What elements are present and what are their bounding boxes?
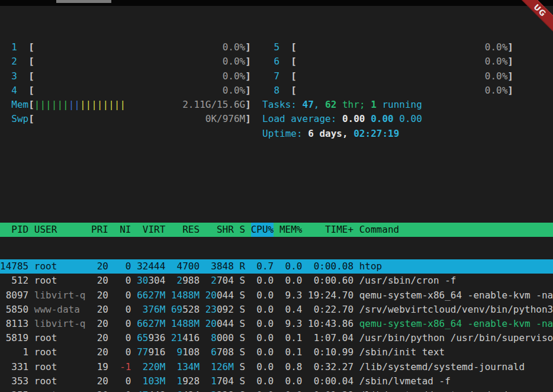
column-header-s[interactable]: S [239, 223, 245, 237]
process-row[interactable]: 8097libvirt-q2006627M1488M20044S0.09.319… [0, 288, 553, 303]
bracket-close: ] [245, 112, 251, 126]
process-table: PIDUSERPRINIVIRTRESSHRSCPU%MEM%TIME+Comm… [0, 200, 553, 392]
numeric-cell: 1704 [205, 374, 234, 388]
command-cell: /usr/sbin/cron -f [359, 274, 456, 288]
window-tab[interactable] [56, 0, 111, 3]
bracket-open: [ [28, 83, 34, 98]
bracket-open: [ [28, 69, 34, 83]
meter-bar: | [97, 98, 103, 112]
numeric-cell: 32444 [137, 259, 165, 274]
cpu-id: 1 [11, 40, 17, 54]
command-cell: /lib/systemd/systemd-journald [359, 360, 525, 374]
table-header-row: PIDUSERPRINIVIRTRESSHRSCPU%MEM%TIME+Comm… [0, 223, 553, 237]
cpu-percent: 0.0% [223, 69, 246, 83]
numeric-cell: 6708 [205, 345, 234, 359]
meter-bar: | [86, 98, 92, 112]
ni-cell: -1 [114, 360, 131, 374]
cpu-meter-3: 3 [0.0%] [0, 69, 251, 83]
ni-cell: 0 [114, 303, 131, 317]
column-header-shr[interactable]: SHR [205, 223, 234, 237]
process-row[interactable]: 355root2004744864243228S0.00.00:01.39/li… [0, 388, 553, 392]
numeric-cell: 77916 [137, 345, 165, 359]
column-header-res[interactable]: RES [171, 223, 200, 237]
numeric-cell: 6627M [137, 288, 165, 303]
state-cell: S [239, 374, 245, 388]
pri-cell: 19 [91, 360, 108, 374]
time-cell: 10:43.86 [308, 317, 353, 331]
process-row[interactable]: 5850www-data200376M6952823092S0.00.40:22… [0, 303, 553, 317]
pri-cell: 20 [91, 288, 108, 303]
user-cell: www-data [34, 303, 86, 317]
cpu-cell: 0.0 [251, 288, 274, 303]
pid-cell: 331 [0, 360, 28, 374]
cpu-id: 5 [274, 40, 279, 54]
cpu-percent: 0.0% [485, 83, 508, 98]
meter-bar: | [69, 98, 75, 112]
cpu-cell: 0.0 [251, 360, 274, 374]
cpu-percent: 0.0% [223, 54, 246, 69]
column-header-user[interactable]: USER [34, 223, 86, 237]
numeric-cell: 3228 [205, 388, 234, 392]
cpu-percent: 0.0% [485, 69, 508, 83]
command-cell: htop [359, 259, 382, 274]
command-cell: /lib/systemd/systemd-udevd [359, 388, 507, 392]
pid-cell: 14785 [0, 259, 28, 274]
numeric-cell: 2704 [205, 274, 234, 288]
bracket-open: [ [28, 112, 34, 126]
cpu-id: 4 [11, 83, 17, 98]
cpu-meter-6: 6 [0.0%] [262, 54, 513, 69]
process-row[interactable]: 353root200103M19281704S0.00.00:00.04/sbi… [0, 374, 553, 388]
time-cell: 0:01.39 [308, 388, 353, 392]
uptime: Uptime: 6 days, 02:27:19 [262, 127, 399, 141]
memory-meter: Mem[||||||||||||||||2.11G/15.6G] [0, 98, 251, 112]
cpu-meter-line: 1 [0.0%] 5 [0.0%] [0, 40, 553, 54]
blank-line [0, 163, 553, 178]
pid-cell: 8113 [0, 317, 28, 331]
column-header-command[interactable]: Command [359, 223, 399, 237]
cpu-id: 8 [274, 83, 279, 98]
pri-cell: 20 [91, 331, 108, 345]
cpu-cell: 0.0 [251, 331, 274, 345]
process-row[interactable]: 1root2007791691086708S0.00.10:10.99/sbin… [0, 345, 553, 359]
pri-cell: 20 [91, 317, 108, 331]
cpu-cell: 0.0 [251, 303, 274, 317]
swap-line: Swp[0K/976M]Load average: 0.00 0.00 0.00 [0, 112, 553, 126]
time-cell: 0:22.70 [308, 303, 353, 317]
process-row[interactable]: 14785root2003244447003848R0.70.00:00.08h… [0, 259, 553, 274]
pid-cell: 512 [0, 274, 28, 288]
numeric-cell: 30304 [137, 274, 165, 288]
column-header-virt[interactable]: VIRT [137, 223, 165, 237]
bracket-open: [ [28, 54, 34, 69]
numeric-cell: 1928 [171, 374, 200, 388]
column-header-cpu[interactable]: CPU% [251, 223, 274, 237]
process-row[interactable]: 5819root20065936214168000S0.00.11:07.04/… [0, 331, 553, 345]
process-row[interactable]: 8113libvirt-q2006627M1488M20044S0.09.310… [0, 317, 553, 331]
time-cell: 0:00.04 [308, 374, 353, 388]
bracket-close: ] [507, 69, 513, 83]
meter-bar: | [74, 98, 80, 112]
ni-cell: 0 [114, 374, 131, 388]
pri-cell: 20 [91, 259, 108, 274]
numeric-cell: 376M [137, 303, 165, 317]
column-header-mem[interactable]: MEM% [279, 223, 303, 237]
numeric-cell: 47448 [137, 388, 165, 392]
process-rows: 14785root2003244447003848R0.70.00:00.08h… [0, 259, 553, 392]
cpu-percent: 0.0% [485, 40, 508, 54]
numeric-cell: 6424 [171, 388, 200, 392]
mem-cell: 9.3 [279, 317, 303, 331]
pid-cell: 5819 [0, 331, 28, 345]
numeric-cell: 65936 [137, 331, 165, 345]
column-header-time[interactable]: TIME+ [308, 223, 353, 237]
user-cell: root [34, 374, 86, 388]
command-cell: qemu-system-x86_64 -enable-kvm -na [359, 288, 553, 303]
cpu-meter-7: 7 [0.0%] [262, 69, 513, 83]
bracket-close: ] [245, 98, 251, 112]
column-header-pri[interactable]: PRI [91, 223, 108, 237]
column-header-pid[interactable]: PID [0, 223, 28, 237]
column-header-ni[interactable]: NI [114, 223, 131, 237]
ni-cell: 0 [114, 288, 131, 303]
process-row[interactable]: 512root2003030429882704S0.00.00:00.60/us… [0, 274, 553, 288]
meter-bar: | [114, 98, 120, 112]
process-row[interactable]: 331root19-1220M134M126MS0.00.80:32.27/li… [0, 360, 553, 374]
meter-label: Mem [11, 98, 28, 112]
